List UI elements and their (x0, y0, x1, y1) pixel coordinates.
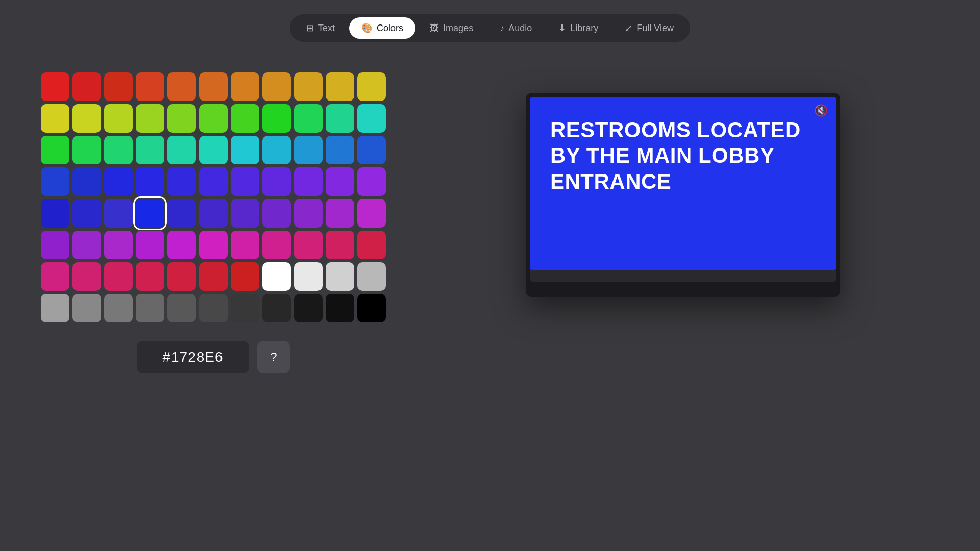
color-swatch[interactable] (326, 104, 354, 133)
color-swatch[interactable] (199, 262, 228, 291)
color-swatch[interactable] (167, 136, 196, 164)
color-swatch[interactable] (104, 136, 133, 164)
color-swatch[interactable] (167, 199, 196, 228)
color-swatch[interactable] (136, 136, 164, 164)
color-swatch[interactable] (326, 136, 354, 164)
color-swatch[interactable] (199, 231, 228, 259)
library-icon: ⬇ (558, 22, 566, 34)
color-swatch[interactable] (262, 136, 291, 164)
color-swatch[interactable] (41, 199, 69, 228)
color-swatch[interactable] (41, 294, 69, 322)
color-swatch[interactable] (294, 136, 323, 164)
color-swatch[interactable] (72, 136, 101, 164)
color-swatch[interactable] (357, 262, 386, 291)
color-swatch[interactable] (167, 262, 196, 291)
color-swatch[interactable] (357, 199, 386, 228)
color-swatch[interactable] (357, 104, 386, 133)
color-swatch[interactable] (326, 199, 354, 228)
color-swatch[interactable] (357, 72, 386, 101)
color-swatch[interactable] (136, 167, 164, 196)
color-swatch[interactable] (326, 167, 354, 196)
color-swatch[interactable] (326, 294, 354, 322)
color-swatch[interactable] (41, 72, 69, 101)
nav-images[interactable]: 🖼 Images (418, 18, 485, 39)
color-swatch[interactable] (294, 72, 323, 101)
color-swatch[interactable] (104, 262, 133, 291)
color-swatch[interactable] (262, 167, 291, 196)
color-swatch[interactable] (167, 231, 196, 259)
color-swatch[interactable] (104, 167, 133, 196)
color-swatch[interactable] (104, 231, 133, 259)
nav-colors[interactable]: 🎨 Colors (349, 17, 415, 39)
color-swatch[interactable] (294, 199, 323, 228)
color-swatch[interactable] (72, 262, 101, 291)
color-swatch[interactable] (72, 167, 101, 196)
color-swatch[interactable] (167, 72, 196, 101)
color-swatch[interactable] (326, 231, 354, 259)
color-swatch[interactable] (136, 199, 164, 228)
color-swatch[interactable] (41, 231, 69, 259)
color-swatch[interactable] (104, 104, 133, 133)
color-swatch[interactable] (231, 104, 259, 133)
color-swatch[interactable] (72, 199, 101, 228)
color-swatch[interactable] (231, 294, 259, 322)
color-swatch[interactable] (104, 294, 133, 322)
color-swatch[interactable] (357, 136, 386, 164)
color-swatch[interactable] (357, 231, 386, 259)
color-swatch[interactable] (41, 167, 69, 196)
color-swatch[interactable] (199, 72, 228, 101)
color-swatch[interactable] (167, 294, 196, 322)
color-swatch[interactable] (294, 294, 323, 322)
color-swatch[interactable] (167, 104, 196, 133)
color-swatch[interactable] (199, 167, 228, 196)
nav-library[interactable]: ⬇ Library (546, 17, 610, 39)
color-swatch[interactable] (136, 231, 164, 259)
color-swatch[interactable] (262, 262, 291, 291)
nav-fullview[interactable]: ⤢ Full View (612, 17, 686, 39)
color-swatch[interactable] (72, 294, 101, 322)
color-swatch[interactable] (41, 104, 69, 133)
color-swatch[interactable] (262, 104, 291, 133)
mute-icon[interactable]: 🔇 (814, 104, 828, 117)
color-swatch[interactable] (294, 167, 323, 196)
color-swatch[interactable] (231, 262, 259, 291)
color-swatch[interactable] (262, 294, 291, 322)
color-swatch[interactable] (262, 199, 291, 228)
color-swatch[interactable] (199, 136, 228, 164)
color-swatch[interactable] (294, 231, 323, 259)
color-swatch[interactable] (231, 72, 259, 101)
color-swatch[interactable] (357, 294, 386, 322)
color-swatch[interactable] (262, 72, 291, 101)
color-swatch[interactable] (326, 72, 354, 101)
color-swatch[interactable] (199, 104, 228, 133)
color-swatch[interactable] (199, 199, 228, 228)
color-swatch[interactable] (41, 136, 69, 164)
color-swatch[interactable] (231, 199, 259, 228)
help-button[interactable]: ? (257, 341, 290, 373)
color-swatch[interactable] (294, 104, 323, 133)
color-swatch[interactable] (231, 136, 259, 164)
color-swatch[interactable] (357, 167, 386, 196)
color-swatch[interactable] (72, 104, 101, 133)
nav-audio[interactable]: ♪ Audio (487, 18, 544, 39)
color-swatch[interactable] (104, 199, 133, 228)
color-swatch[interactable] (294, 262, 323, 291)
color-swatch[interactable] (72, 72, 101, 101)
color-swatch[interactable] (104, 72, 133, 101)
hex-input[interactable] (137, 341, 249, 373)
preview-section: 🔇 RESTROOMS LOCATED BY THE MAIN LOBBY EN… (427, 72, 939, 297)
color-swatch[interactable] (136, 262, 164, 291)
color-swatch[interactable] (262, 231, 291, 259)
color-swatch[interactable] (199, 294, 228, 322)
color-swatch[interactable] (41, 262, 69, 291)
color-swatch[interactable] (326, 262, 354, 291)
color-swatch[interactable] (136, 72, 164, 101)
nav-text[interactable]: ⊞ Text (294, 17, 347, 39)
hex-area: ? (137, 341, 290, 373)
color-swatch[interactable] (136, 294, 164, 322)
color-swatch[interactable] (231, 231, 259, 259)
color-swatch[interactable] (231, 167, 259, 196)
color-swatch[interactable] (72, 231, 101, 259)
color-swatch[interactable] (167, 167, 196, 196)
color-swatch[interactable] (136, 104, 164, 133)
